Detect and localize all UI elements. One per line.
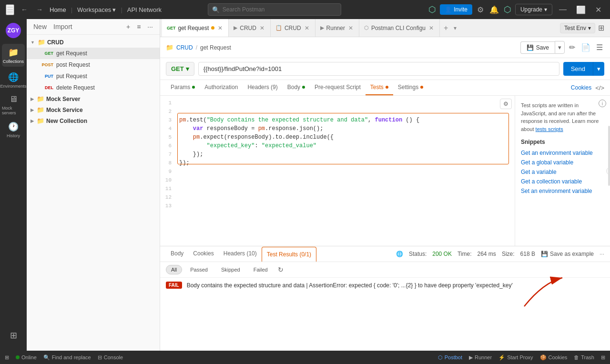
save-button[interactable]: 💾 Save: [520, 41, 555, 54]
minimize-button[interactable]: —: [556, 5, 569, 14]
resp-tab-body[interactable]: Body: [166, 246, 188, 262]
tab-settings[interactable]: Settings: [393, 80, 428, 95]
back-button[interactable]: ←: [19, 5, 30, 14]
snippet-get-variable[interactable]: Get a variable: [521, 167, 604, 177]
snippets-scrollbar: [608, 126, 610, 186]
trash-button[interactable]: 🗑 Trash: [574, 354, 594, 360]
code-icon[interactable]: </>: [595, 84, 604, 91]
more-options-icon[interactable]: ···: [600, 251, 604, 257]
menu-icon[interactable]: ☰: [6, 4, 14, 15]
snippet-get-env-var[interactable]: Get an environment variable: [521, 148, 604, 158]
tab-headers[interactable]: Headers (9): [243, 80, 282, 95]
url-input[interactable]: [198, 62, 559, 76]
editor-settings-button[interactable]: ⚙: [500, 99, 512, 109]
tab-tests[interactable]: Tests: [366, 80, 393, 95]
upgrade-button[interactable]: Upgrade ▾: [515, 4, 552, 15]
maximize-button[interactable]: ⬜: [573, 5, 589, 14]
tests-scripts-link[interactable]: tests scripts: [536, 126, 563, 132]
api-network-link[interactable]: API Network: [127, 6, 162, 13]
sidebar-item-other[interactable]: ⊞: [2, 324, 25, 347]
filter-passed-button[interactable]: Passed: [185, 265, 213, 274]
sidebar-item-mock-servers[interactable]: 🖥 Mock servers: [2, 93, 25, 116]
mock-server-header[interactable]: ▶ 📁 Mock Server: [27, 93, 160, 104]
console-button[interactable]: ⊟ Console: [98, 354, 123, 361]
import-button[interactable]: Import: [51, 22, 74, 31]
snippet-set-env-var[interactable]: Set an environment variable: [521, 186, 604, 196]
tab-overflow-button[interactable]: ▾: [452, 25, 458, 31]
search-bar[interactable]: 🔍: [208, 3, 341, 16]
cookies-status-label: Cookies: [549, 354, 568, 360]
mock-service-header[interactable]: ▶ 📁 Mock Service: [27, 104, 160, 115]
tab-runner[interactable]: ▶ Runner ✕: [315, 19, 359, 37]
notifications-icon[interactable]: 🔔: [488, 4, 500, 15]
filter-icon[interactable]: ≡: [135, 22, 142, 31]
layout-icon[interactable]: ⊞: [598, 23, 604, 32]
add-tab-button[interactable]: +: [440, 24, 452, 32]
cookies-status-button[interactable]: 🍪 Cookies: [540, 354, 568, 361]
resp-tab-headers[interactable]: Headers (10): [219, 246, 262, 262]
start-proxy-button[interactable]: ⚡ Start Proxy: [498, 354, 533, 361]
filter-failed-button[interactable]: Failed: [248, 265, 273, 274]
snippet-get-global-var[interactable]: Get a global variable: [521, 158, 604, 167]
home-link[interactable]: Home: [50, 6, 66, 13]
filter-all-button[interactable]: All: [166, 265, 182, 274]
tab-body[interactable]: Body: [283, 80, 310, 95]
post-request-item[interactable]: POST post Request: [27, 59, 160, 71]
tab-close-crud1[interactable]: ✕: [259, 25, 265, 31]
tab-close-get[interactable]: ✕: [217, 25, 224, 31]
env-selector[interactable]: Test Env ▾: [560, 23, 595, 33]
send-dropdown-button[interactable]: ▾: [593, 62, 604, 76]
method-select[interactable]: GET ▾: [166, 62, 194, 76]
more-options-icon[interactable]: ···: [145, 22, 155, 31]
new-collection-header[interactable]: ▶ 📁 New Collection: [27, 115, 160, 126]
online-status[interactable]: Online: [16, 354, 37, 360]
resp-tab-cookies[interactable]: Cookies: [188, 246, 218, 262]
tab-authorization[interactable]: Authorization: [200, 80, 243, 95]
crud-collection-header[interactable]: ▼ 📁 CRUD: [27, 37, 160, 48]
save-as-example-button[interactable]: 💾 Save as example: [541, 251, 594, 257]
tab-pre-request[interactable]: Pre-request Script: [310, 80, 366, 95]
search-input[interactable]: [223, 6, 337, 13]
workspaces-link[interactable]: Workspaces ▾: [77, 6, 116, 13]
tab-crud-2[interactable]: 📋 CRUD ✕: [271, 19, 315, 37]
runner-status-button[interactable]: ▶ Runner: [469, 354, 492, 361]
breadcrumb-collection[interactable]: CRUD: [176, 44, 193, 51]
cookies-link[interactable]: Cookies: [571, 84, 591, 91]
tab-close-crud2[interactable]: ✕: [304, 25, 310, 31]
filter-skipped-button[interactable]: Skipped: [216, 265, 245, 274]
tab-crud-1[interactable]: ▶ CRUD ✕: [229, 19, 271, 37]
tab-close-cli[interactable]: ✕: [428, 25, 435, 31]
tab-close-runner[interactable]: ✕: [347, 25, 354, 31]
forward-button[interactable]: →: [34, 5, 45, 14]
sidebar-item-environments[interactable]: 🌐 Environments: [2, 69, 25, 91]
close-button[interactable]: ✕: [592, 5, 604, 14]
snippet-get-collection-var[interactable]: Get a collection variable: [521, 177, 604, 186]
save-dropdown-button[interactable]: ▾: [555, 41, 565, 54]
edit-icon[interactable]: ✏: [568, 41, 577, 53]
send-button[interactable]: Send: [563, 62, 593, 76]
sidebar-item-collections[interactable]: 📁 Collections: [2, 44, 25, 67]
docs-icon[interactable]: 📄: [580, 41, 592, 53]
sidebar-toggle-icon[interactable]: ☰: [595, 41, 604, 53]
delete-request-item[interactable]: DEL delete Request: [27, 82, 160, 93]
refresh-button[interactable]: ↻: [276, 265, 285, 274]
tab-postman-cli[interactable]: ⬡ Postman CLI Configu ✕: [359, 19, 440, 37]
code-editor[interactable]: ⚙ 1 2 3 pm.test("Body contains the expec…: [160, 96, 515, 246]
user-avatar[interactable]: ZGY: [6, 23, 21, 38]
tab-get-request[interactable]: GET get Request ✕: [162, 19, 229, 37]
sidebar-item-history[interactable]: 🕐 History: [2, 118, 25, 141]
resp-tab-test-results[interactable]: Test Results (0/1): [262, 247, 316, 262]
code-line-10: 10: [160, 177, 515, 185]
put-request-item[interactable]: PUT put Request: [27, 71, 160, 82]
info-icon[interactable]: i: [599, 100, 606, 107]
settings-icon[interactable]: ⚙: [476, 4, 485, 15]
expand-button[interactable]: ⊞: [601, 354, 605, 361]
find-replace-button[interactable]: 🔍 Find and replace: [43, 354, 91, 361]
invite-button[interactable]: 👤 Invite: [440, 4, 472, 15]
postbot-button[interactable]: ⬡ Postbot: [438, 354, 462, 361]
tab-params[interactable]: Params: [166, 80, 200, 95]
add-collection-icon[interactable]: +: [124, 22, 132, 31]
new-button[interactable]: New: [31, 22, 49, 31]
layout-toggle[interactable]: ⊞: [5, 354, 9, 361]
get-request-item[interactable]: GET get Request: [27, 48, 160, 59]
